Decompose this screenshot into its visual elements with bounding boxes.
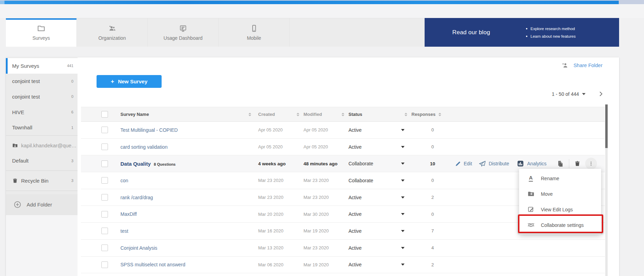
tab-surveys[interactable]: Surveys xyxy=(6,18,77,47)
table-scrollbar[interactable] xyxy=(605,104,608,276)
folder-item-count: 0 xyxy=(71,79,73,83)
more-options-button[interactable] xyxy=(585,158,597,169)
sidebar-item-default[interactable]: Default 3 xyxy=(6,153,78,169)
add-folder-button[interactable]: Add Folder xyxy=(6,194,78,215)
responses-cell: 0 xyxy=(410,178,455,183)
sort-icon[interactable] xyxy=(405,113,407,116)
row-checkbox[interactable] xyxy=(101,245,108,251)
survey-name-link[interactable]: MaxDiff xyxy=(120,211,137,217)
read-our-blog-link[interactable]: Read our blog xyxy=(452,18,490,47)
survey-name-link[interactable]: test xyxy=(120,228,128,234)
status-caret-icon[interactable] xyxy=(401,247,405,249)
folder-item-count: 3 xyxy=(71,178,73,183)
status-cell: Active xyxy=(348,144,410,150)
row-checkbox[interactable] xyxy=(101,261,108,268)
row-checkbox[interactable] xyxy=(101,127,108,133)
column-header-modified[interactable]: Modified xyxy=(303,112,322,117)
survey-name-link[interactable]: SPSS multiselect not answerd xyxy=(120,262,185,267)
banner-bullet[interactable]: Explore research method xyxy=(526,27,575,31)
survey-name-cell: rank /card/drag xyxy=(120,195,258,200)
menu-item-collaborate-settings[interactable]: Collaborate settings xyxy=(519,217,601,233)
survey-name-link[interactable]: con xyxy=(120,178,128,183)
copy-survey-button[interactable] xyxy=(557,160,564,167)
menu-item-label: Rename xyxy=(541,176,559,181)
survey-name-link[interactable]: Test Multilingual - COPIED xyxy=(120,127,178,133)
survey-name-link[interactable]: Data Quality xyxy=(120,161,151,167)
column-header-created[interactable]: Created xyxy=(258,112,275,117)
status-caret-icon[interactable] xyxy=(401,180,405,182)
row-checkbox[interactable] xyxy=(101,160,108,167)
column-header-responses[interactable]: Responses xyxy=(411,112,435,117)
sidebar-item-townhall[interactable]: Townhall 1 xyxy=(6,120,78,135)
edit-logs-icon xyxy=(527,206,535,213)
distribute-button[interactable]: Distribute xyxy=(479,160,509,167)
pagination-caret-icon[interactable] xyxy=(582,93,586,95)
status-caret-icon[interactable] xyxy=(401,230,405,232)
row-checkbox[interactable] xyxy=(101,194,108,201)
sort-icon[interactable] xyxy=(248,113,251,116)
row-checkbox-cell xyxy=(81,127,120,133)
sidebar-item-conjoint-test[interactable]: conjoint test 0 xyxy=(6,74,78,89)
header-checkbox-cell xyxy=(81,111,120,118)
row-checkbox[interactable] xyxy=(101,228,108,234)
status-caret-icon[interactable] xyxy=(401,146,405,148)
app-screen: Surveys Organization Usage Dashboard Mob… xyxy=(0,0,644,276)
add-person-icon xyxy=(561,62,569,69)
folder-item-count: 3 xyxy=(71,159,73,163)
next-page-button[interactable] xyxy=(598,91,604,97)
status-caret-icon[interactable] xyxy=(401,264,405,266)
share-folder-button[interactable]: Share Folder xyxy=(561,62,602,69)
menu-item-view-edit-logs[interactable]: View Edit Logs xyxy=(519,202,601,217)
row-checkbox-cell xyxy=(81,160,120,167)
status-caret-icon[interactable] xyxy=(401,163,405,165)
pencil-icon xyxy=(455,161,461,167)
tab-usage-dashboard[interactable]: Usage Dashboard xyxy=(148,18,219,47)
sort-icon[interactable] xyxy=(438,113,441,116)
status-caret-icon[interactable] xyxy=(401,213,405,215)
column-header-status[interactable]: Status xyxy=(348,112,362,117)
modified-cell: Mar 19 2020 xyxy=(303,262,348,267)
actions-divider xyxy=(569,159,569,168)
sidebar-group: My Surveys 441 conjoint test 0 conjoint … xyxy=(6,58,78,136)
pagination-range[interactable]: 1 - 50 of 444 xyxy=(552,91,579,97)
banner-bullet[interactable]: Learn about new features xyxy=(526,34,575,38)
select-all-checkbox[interactable] xyxy=(101,111,108,118)
tab-mobile[interactable]: Mobile xyxy=(219,18,290,47)
plus-icon: + xyxy=(111,78,114,85)
status-label: Active xyxy=(348,195,362,200)
survey-name-link[interactable]: rank /card/drag xyxy=(120,195,153,200)
sidebar-item-kapil-khandekar-que[interactable]: kapil.khandekar@que… xyxy=(6,138,78,153)
status-caret-icon[interactable] xyxy=(401,196,405,199)
edit-button[interactable]: Edit xyxy=(455,161,472,167)
column-header-survey-name[interactable]: Survey Name xyxy=(120,112,149,117)
sidebar-item-my-surveys[interactable]: My Surveys 441 xyxy=(6,58,78,74)
analytics-button[interactable]: Analytics xyxy=(517,160,546,167)
menu-item-move[interactable]: Move xyxy=(519,186,601,202)
sidebar-item-conjoint-test[interactable]: conjoint test 0 xyxy=(6,89,78,104)
new-survey-button[interactable]: + New Survey xyxy=(97,75,162,88)
row-checkbox-cell xyxy=(81,194,120,201)
status-caret-icon[interactable] xyxy=(401,129,405,131)
sidebar-item-recycle-bin[interactable]: Recycle Bin 3 xyxy=(6,173,78,188)
tab-organization[interactable]: Organization xyxy=(77,18,148,47)
sidebar-item-hive[interactable]: HIVE 6 xyxy=(6,104,78,120)
survey-name-link[interactable]: Conjoint Analysis xyxy=(120,245,157,251)
row-checkbox[interactable] xyxy=(101,177,108,184)
row-checkbox[interactable] xyxy=(101,144,108,150)
status-cell: Collaborate xyxy=(348,178,410,183)
folder-item-count: 6 xyxy=(71,110,73,114)
menu-item-rename[interactable]: A Rename xyxy=(519,171,601,186)
delete-survey-button[interactable] xyxy=(574,160,581,167)
shared-folder-icon xyxy=(12,142,18,148)
status-cell: Active xyxy=(348,127,410,133)
tab-label: Organization xyxy=(98,35,126,41)
row-checkbox[interactable] xyxy=(101,211,108,218)
sort-icon[interactable] xyxy=(342,113,344,116)
modified-cell: Apr 05 2020 xyxy=(303,144,348,149)
survey-name-cell: con xyxy=(120,178,258,183)
scrollbar-thumb[interactable] xyxy=(605,104,608,148)
survey-name-link[interactable]: card sorting validation xyxy=(120,144,167,150)
created-cell: Mar 20 2020 xyxy=(258,212,303,217)
created-cell: Mar 23 2020 xyxy=(258,195,303,200)
sort-icon[interactable] xyxy=(297,113,299,116)
